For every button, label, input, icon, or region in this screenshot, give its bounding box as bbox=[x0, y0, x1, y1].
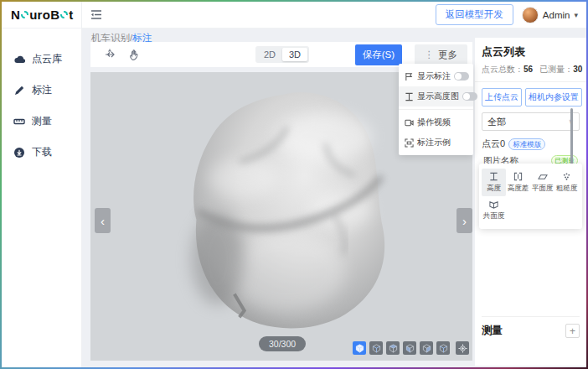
more-dots-icon: ⋮ bbox=[425, 49, 435, 60]
video-icon bbox=[405, 118, 414, 127]
download-icon bbox=[13, 147, 25, 159]
pan-move-icon[interactable] bbox=[103, 48, 116, 61]
hand-drag-icon[interactable] bbox=[128, 49, 141, 61]
roughness-icon bbox=[562, 172, 571, 181]
upload-pointcloud-button[interactable]: 上传点云 bbox=[482, 88, 522, 107]
cloud-icon bbox=[13, 54, 25, 65]
gear-icon bbox=[60, 11, 68, 18]
filter-value: 全部 bbox=[487, 116, 506, 128]
tool-coplanarity[interactable]: 共面度 bbox=[482, 196, 506, 224]
sidebar-item-measure[interactable]: 测量 bbox=[2, 106, 81, 137]
tool-height[interactable]: 高度 bbox=[482, 169, 506, 196]
app-root: NuroBt 点云库 标注 测量 下载 返回模型开发 bbox=[2, 2, 586, 367]
sidebar-item-label: 点云库 bbox=[32, 52, 62, 66]
menu-item-label: 显示高度图 bbox=[417, 91, 459, 102]
frame-counter: 30/300 bbox=[259, 336, 306, 351]
view-mode-toggle: 2D 3D bbox=[255, 46, 309, 63]
measure-section-header: 测量 + bbox=[482, 316, 580, 338]
menu-item-show-heightmap[interactable]: 显示高度图 bbox=[399, 86, 473, 107]
flatness-icon bbox=[538, 172, 548, 181]
pointcloud-stats: 点云总数：56 已测量：30 bbox=[482, 64, 580, 75]
more-button[interactable]: ⋮更多 bbox=[415, 44, 468, 65]
logo-text: B bbox=[50, 8, 59, 22]
tool-label: 高度 bbox=[487, 184, 501, 194]
more-dropdown-menu: 显示标注 显示高度图 操作视频 标注示例 bbox=[399, 64, 473, 155]
tool-height-diff[interactable]: 高度差 bbox=[506, 169, 530, 196]
user-menu[interactable]: Admin ▾ bbox=[522, 7, 578, 23]
logo-text: t bbox=[69, 8, 73, 22]
next-image-button[interactable]: › bbox=[456, 208, 472, 233]
measure-tool-popup: 高度 高度差 平面度 粗糙度 共面度 bbox=[479, 164, 582, 229]
pointcloud-item[interactable]: 点云0 标准模版 bbox=[482, 138, 580, 150]
menu-item-tutorial-video[interactable]: 操作视频 bbox=[399, 112, 473, 133]
logo-text: uro bbox=[29, 8, 50, 22]
total-value: 56 bbox=[524, 65, 533, 74]
sidebar-nav: 点云库 标注 测量 下载 bbox=[2, 29, 81, 168]
menu-item-label: 标注示例 bbox=[417, 137, 451, 148]
tool-roughness[interactable]: 粗糙度 bbox=[554, 169, 579, 196]
window-frame: NuroBt 点云库 标注 测量 下载 返回模型开发 bbox=[0, 0, 588, 369]
view-orientation-bar bbox=[353, 341, 469, 355]
sidebar-collapse-icon[interactable] bbox=[90, 9, 102, 20]
menu-item-label: 操作视频 bbox=[417, 117, 451, 128]
menu-divider bbox=[399, 109, 473, 110]
show-heightmap-toggle[interactable] bbox=[462, 92, 477, 101]
view-back-button[interactable] bbox=[386, 341, 400, 355]
measured-label: 已测量： bbox=[539, 65, 573, 74]
column-height-icon bbox=[405, 92, 414, 101]
menu-item-annotation-example[interactable]: 标注示例 bbox=[399, 133, 473, 153]
ruler-icon bbox=[13, 116, 25, 127]
prev-image-button[interactable]: ‹ bbox=[95, 208, 111, 233]
avatar bbox=[522, 7, 539, 23]
pencil-icon bbox=[13, 85, 25, 96]
pointcloud-panel: 点云列表 点云总数：56 已测量：30 上传点云 相机内参设置 全部 ∨ 点云0… bbox=[475, 38, 586, 366]
list-scrollbar[interactable] bbox=[570, 108, 573, 169]
show-annotations-toggle[interactable] bbox=[454, 72, 469, 81]
chevron-right-icon: › bbox=[462, 214, 467, 228]
tool-label: 高度差 bbox=[508, 184, 529, 194]
app-logo: NuroBt bbox=[2, 2, 81, 29]
tool-label: 平面度 bbox=[532, 184, 554, 194]
tooth-3d-model[interactable] bbox=[162, 86, 413, 334]
tool-label: 粗糙度 bbox=[556, 184, 578, 194]
measure-tool-grid: 高度 高度差 平面度 粗糙度 共面度 bbox=[482, 169, 580, 224]
back-to-model-dev-button[interactable]: 返回模型开发 bbox=[436, 4, 513, 25]
panel-title: 点云列表 bbox=[482, 44, 580, 60]
divider bbox=[475, 81, 586, 82]
tool-flatness[interactable]: 平面度 bbox=[530, 169, 554, 196]
panel-buttons: 上传点云 相机内参设置 bbox=[482, 88, 580, 107]
menu-item-show-annotations[interactable]: 显示标注 bbox=[399, 66, 473, 86]
menu-item-label: 显示标注 bbox=[417, 70, 451, 82]
frame-example-icon bbox=[405, 138, 414, 148]
flag-icon bbox=[405, 72, 414, 81]
pointcloud-name: 点云0 bbox=[482, 138, 505, 150]
tool-label: 共面度 bbox=[483, 211, 505, 221]
add-measure-button[interactable]: + bbox=[565, 324, 580, 338]
height-diff-icon bbox=[513, 172, 523, 181]
mode-2d-button[interactable]: 2D bbox=[257, 48, 282, 61]
view-iso-button[interactable] bbox=[353, 341, 366, 355]
camera-params-button[interactable]: 相机内参设置 bbox=[525, 88, 582, 107]
view-top-button[interactable] bbox=[436, 341, 450, 355]
gear-icon bbox=[21, 11, 28, 18]
sidebar-item-label: 下载 bbox=[32, 145, 52, 159]
mode-3d-button[interactable]: 3D bbox=[282, 48, 307, 61]
more-label: 更多 bbox=[438, 49, 457, 61]
save-button[interactable]: 保存(S) bbox=[355, 44, 402, 65]
chevron-left-icon: ‹ bbox=[101, 214, 105, 228]
total-label: 点云总数： bbox=[482, 65, 524, 74]
reset-view-button[interactable] bbox=[456, 341, 469, 355]
measure-title: 测量 bbox=[482, 324, 503, 338]
view-right-button[interactable] bbox=[420, 341, 433, 355]
sidebar-item-pointcloud-library[interactable]: 点云库 bbox=[2, 44, 81, 75]
sidebar: NuroBt 点云库 标注 测量 下载 bbox=[2, 2, 82, 367]
sidebar-item-download[interactable]: 下载 bbox=[2, 137, 81, 168]
filter-select[interactable]: 全部 ∨ bbox=[482, 112, 580, 131]
caret-down-icon: ▾ bbox=[574, 11, 578, 19]
coplanarity-icon bbox=[489, 200, 498, 209]
view-left-button[interactable] bbox=[403, 341, 416, 355]
sidebar-item-annotate[interactable]: 标注 bbox=[2, 75, 81, 106]
template-tag: 标准模版 bbox=[508, 138, 545, 150]
view-front-button[interactable] bbox=[369, 341, 383, 355]
header-right: 返回模型开发 Admin ▾ bbox=[436, 4, 578, 25]
